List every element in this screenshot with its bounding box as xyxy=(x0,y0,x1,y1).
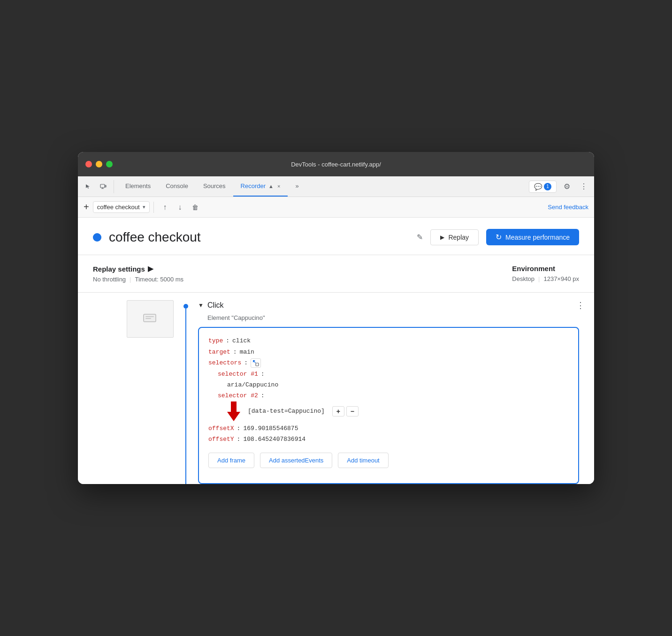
close-button[interactable] xyxy=(85,161,92,167)
replay-settings-toggle[interactable]: Replay settings ▶ xyxy=(93,265,183,273)
tab-elements[interactable]: Elements xyxy=(118,176,158,197)
delete-button[interactable]: 🗑 xyxy=(188,200,203,215)
code-selector1-line: selector #1 : xyxy=(208,369,569,379)
code-offsety-val: 108.6452407836914 xyxy=(243,434,305,445)
recording-header: coffee checkout ✎ ▶ Replay ↻ Measure per… xyxy=(78,218,594,255)
env-separator: | xyxy=(538,275,540,282)
code-target-key: target xyxy=(208,347,230,357)
selector-picker-icon[interactable] xyxy=(251,358,261,368)
badge-count: 1 xyxy=(544,183,551,190)
svg-rect-1 xyxy=(105,185,106,187)
desktop-label: Desktop xyxy=(512,275,535,282)
steps-container: ▼ Click ⋮ Element "Cappucino" type : cli… xyxy=(78,293,594,484)
code-colon-2: : xyxy=(233,347,237,357)
step-header: ▼ Click ⋮ xyxy=(198,298,587,312)
code-colon-5: : xyxy=(261,390,265,401)
step-description: Element "Cappucino" xyxy=(198,314,587,321)
chevron-down-icon: ▾ xyxy=(143,204,145,210)
svg-rect-6 xyxy=(145,318,151,319)
title-bar: DevTools - coffee-cart.netlify.app/ xyxy=(78,152,594,176)
tab-icon-group xyxy=(82,180,114,193)
timeline-line xyxy=(185,309,186,484)
maximize-button[interactable] xyxy=(106,161,113,167)
step-thumbnail-area xyxy=(78,293,181,484)
code-selector2-key: selector #2 xyxy=(218,390,258,401)
code-offsetx-key: offsetX xyxy=(208,423,234,434)
code-selector1-val: aria/Cappucino xyxy=(227,379,278,390)
code-offsetx-val: 169.90185546875 xyxy=(243,423,298,434)
tab-sources[interactable]: Sources xyxy=(196,176,233,197)
add-recording-button[interactable]: + xyxy=(84,202,89,212)
selector-remove-button[interactable]: − xyxy=(346,406,359,416)
code-selector2-val: [data-test=Cappucino] xyxy=(248,406,325,416)
code-type-key: type xyxy=(208,335,223,346)
code-type-line: type : click xyxy=(208,335,569,346)
replay-label: Replay xyxy=(448,234,469,241)
code-selector1-key: selector #1 xyxy=(218,369,258,379)
send-feedback-button[interactable]: Send feedback xyxy=(548,204,588,211)
devtools-more-button[interactable]: ⋮ xyxy=(577,180,590,193)
devtools-tabs-bar: Elements Console Sources Recorder ▲ × » … xyxy=(78,176,594,197)
code-target-line: target : main xyxy=(208,347,569,357)
recording-title: coffee checkout xyxy=(109,230,407,245)
code-target-val: main xyxy=(240,347,254,357)
code-colon-6: : xyxy=(237,423,241,434)
arrow-stem xyxy=(231,401,237,412)
thumbnail-box xyxy=(127,300,174,338)
code-selector1-val-line: aria/Cappucino xyxy=(208,379,569,390)
step-title-row: ▼ Click xyxy=(198,301,224,310)
trash-icon: 🗑 xyxy=(192,204,199,211)
measure-label: Measure performance xyxy=(505,234,570,241)
step-type-label: Click xyxy=(207,301,224,310)
step-code-block: type : click target : main selectors : xyxy=(198,327,579,484)
add-asserted-events-button[interactable]: Add assertedEvents xyxy=(260,453,332,468)
minimize-button[interactable] xyxy=(96,161,102,167)
tab-more[interactable]: » xyxy=(288,176,306,197)
throttling-label: No throttling xyxy=(93,276,126,283)
settings-info: No throttling | Timeout: 5000 ms xyxy=(93,276,183,283)
code-selectors-line: selectors : xyxy=(208,357,569,368)
recorder-icon: ▲ xyxy=(268,183,274,189)
cursor-icon[interactable] xyxy=(82,180,95,193)
red-arrow-indicator xyxy=(227,401,240,421)
code-type-val: click xyxy=(232,335,251,346)
download-button[interactable]: ↓ xyxy=(173,200,188,215)
environment-settings-right: Environment Desktop | 1237×940 px xyxy=(512,265,579,283)
download-icon: ↓ xyxy=(178,203,182,212)
step-expand-icon[interactable]: ▼ xyxy=(198,302,204,309)
code-selector2-line: selector #2 : xyxy=(208,390,569,401)
selector-add-button[interactable]: + xyxy=(332,406,344,416)
replay-button[interactable]: ▶ Replay xyxy=(430,229,479,245)
step-detail: ▼ Click ⋮ Element "Cappucino" type : cli… xyxy=(191,293,594,484)
step-action-buttons: Add frame Add assertedEvents Add timeout xyxy=(208,453,561,468)
measure-performance-button[interactable]: ↻ Measure performance xyxy=(486,229,579,245)
edit-title-icon[interactable]: ✎ xyxy=(417,233,423,242)
settings-separator: | xyxy=(130,276,131,283)
timeout-label: Timeout: 5000 ms xyxy=(135,276,183,283)
replay-settings-section: Replay settings ▶ No throttling | Timeou… xyxy=(78,255,594,293)
device-icon[interactable] xyxy=(97,180,110,193)
devtools-window: DevTools - coffee-cart.netlify.app/ Elem… xyxy=(78,152,594,484)
code-colon-3: : xyxy=(244,357,248,368)
add-frame-button[interactable]: Add frame xyxy=(208,453,254,468)
measure-icon: ↻ xyxy=(496,233,502,242)
add-timeout-button[interactable]: Add timeout xyxy=(338,453,388,468)
toolbar-divider-1 xyxy=(153,202,154,213)
tab-console[interactable]: Console xyxy=(158,176,196,197)
tab-recorder[interactable]: Recorder ▲ × xyxy=(233,176,288,197)
code-selectors-key: selectors xyxy=(208,357,241,368)
upload-button[interactable]: ↑ xyxy=(158,200,173,215)
window-title: DevTools - coffee-cart.netlify.app/ xyxy=(291,161,381,168)
step-timeline-content: ▼ Click ⋮ Element "Cappucino" type : cli… xyxy=(181,293,594,484)
tab-close-recorder[interactable]: × xyxy=(277,183,280,189)
step-more-button[interactable]: ⋮ xyxy=(574,298,587,312)
recording-selector[interactable]: coffee checkout ▾ xyxy=(93,201,150,213)
selector-add-remove: + − xyxy=(332,406,359,416)
chat-icon: 💬 xyxy=(534,183,542,190)
code-selector2-val-row: [data-test=Cappucino] + − xyxy=(208,401,569,421)
messages-badge-button[interactable]: 💬 1 xyxy=(529,181,557,193)
resolution-label: 1237×940 px xyxy=(543,275,579,282)
recording-name: coffee checkout xyxy=(97,204,140,211)
replay-settings-arrow-icon: ▶ xyxy=(148,265,153,273)
devtools-settings-button[interactable]: ⚙ xyxy=(560,180,573,193)
